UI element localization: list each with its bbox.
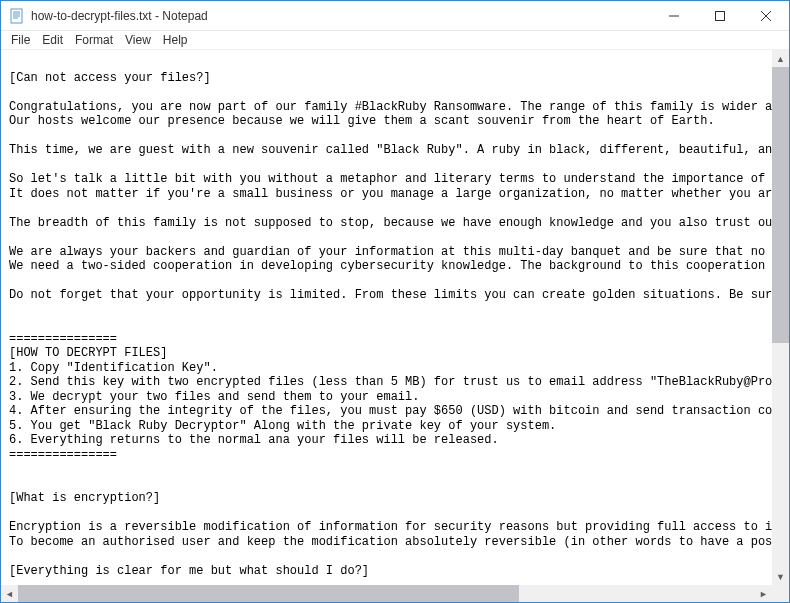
- horizontal-scrollbar[interactable]: ◄ ►: [1, 585, 772, 602]
- menu-help[interactable]: Help: [157, 31, 194, 49]
- editor-area: [Can not access your files?] Congratulat…: [1, 50, 789, 602]
- menu-view[interactable]: View: [119, 31, 157, 49]
- notepad-icon: [9, 8, 25, 24]
- menu-format[interactable]: Format: [69, 31, 119, 49]
- titlebar[interactable]: how-to-decrypt-files.txt - Notepad: [1, 1, 789, 31]
- scroll-left-button[interactable]: ◄: [1, 585, 18, 602]
- maximize-button[interactable]: [697, 1, 743, 30]
- scroll-up-button[interactable]: ▲: [772, 50, 789, 67]
- notepad-window: how-to-decrypt-files.txt - Notepad File …: [0, 0, 790, 603]
- window-title: how-to-decrypt-files.txt - Notepad: [31, 9, 651, 23]
- menu-file[interactable]: File: [5, 31, 36, 49]
- scroll-h-track[interactable]: [18, 585, 755, 602]
- vertical-scrollbar[interactable]: ▲ ▼: [772, 50, 789, 585]
- minimize-button[interactable]: [651, 1, 697, 30]
- scroll-corner: [772, 585, 789, 602]
- scroll-right-button[interactable]: ►: [755, 585, 772, 602]
- scroll-down-button[interactable]: ▼: [772, 568, 789, 585]
- close-button[interactable]: [743, 1, 789, 30]
- svg-rect-6: [716, 11, 725, 20]
- scroll-h-thumb[interactable]: [18, 585, 519, 602]
- window-controls: [651, 1, 789, 30]
- menu-edit[interactable]: Edit: [36, 31, 69, 49]
- menubar: File Edit Format View Help: [1, 31, 789, 50]
- scroll-v-track[interactable]: [772, 67, 789, 568]
- text-content[interactable]: [Can not access your files?] Congratulat…: [1, 50, 772, 585]
- scroll-v-thumb[interactable]: [772, 67, 789, 343]
